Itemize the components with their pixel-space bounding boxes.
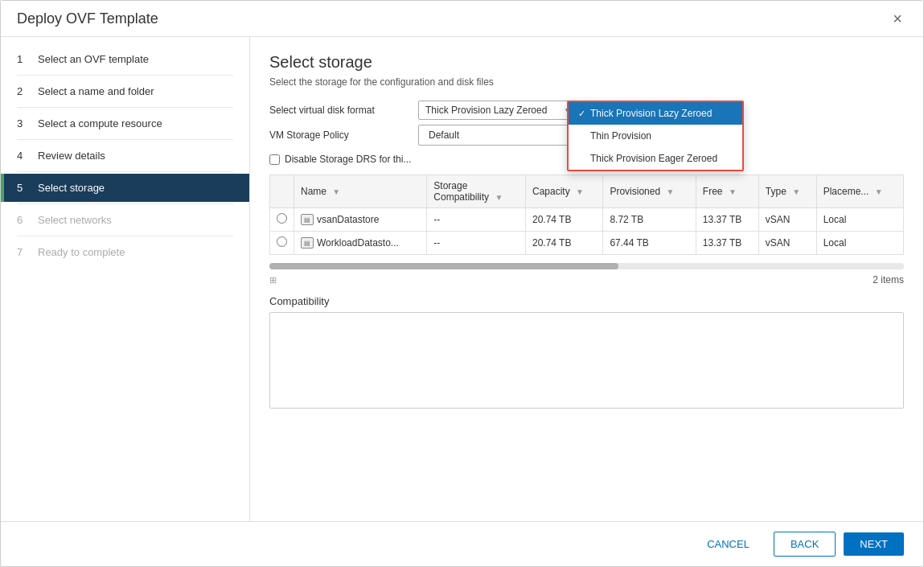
row-placement-1: Local xyxy=(816,232,903,255)
modal-title: Deploy OVF Template xyxy=(17,10,158,27)
filter-icon-compat[interactable]: ▼ xyxy=(495,193,503,202)
step-divider xyxy=(17,107,233,108)
filter-icon-placement[interactable]: ▼ xyxy=(875,187,883,196)
active-step-bar xyxy=(1,174,4,202)
table-body: ▤vsanDatastore -- 20.74 TB 8.72 TB 13.37… xyxy=(270,208,904,255)
step-num-2: 2 xyxy=(17,85,30,97)
col-free[interactable]: Free ▼ xyxy=(696,175,758,208)
compatibility-label: Compatibility xyxy=(269,295,904,307)
table-row[interactable]: ▤WorkloadDatasto... -- 20.74 TB 67.44 TB… xyxy=(270,232,904,255)
table-header-row: Name ▼ StorageCompatibility ▼ Capacity ▼… xyxy=(270,175,904,208)
filter-icon-capacity[interactable]: ▼ xyxy=(576,187,584,196)
row-provisioned-1: 67.44 TB xyxy=(603,232,696,255)
step-label-6: Select networks xyxy=(38,214,112,226)
back-button[interactable]: BACK xyxy=(774,532,836,557)
disk-option-thick-eager[interactable]: ✓ Thick Provision Eager Zeroed xyxy=(569,147,742,170)
step-label-2: Select a name and folder xyxy=(38,85,154,97)
sidebar-step-3[interactable]: 3Select a compute resource xyxy=(1,109,249,138)
page-title: Select storage xyxy=(269,53,904,72)
compatibility-section: Compatibility xyxy=(269,295,904,409)
sidebar: 1Select an OVF template2Select a name an… xyxy=(1,37,250,521)
disk-option-label-thin: Thin Provision xyxy=(590,130,651,142)
sidebar-step-2[interactable]: 2Select a name and folder xyxy=(1,77,249,105)
disk-option-thin[interactable]: ✓ Thin Provision xyxy=(569,125,742,147)
row-type-1: vSAN xyxy=(758,232,816,255)
row-type-0: vSAN xyxy=(758,208,816,232)
disk-format-dropdown-container: Thick Provision Lazy Zeroed ▼ ✓ Thick Pr… xyxy=(418,101,595,120)
sidebar-step-7: 7Ready to complete xyxy=(1,238,249,266)
col-capacity[interactable]: Capacity ▼ xyxy=(525,175,602,208)
step-label-3: Select a compute resource xyxy=(38,117,162,129)
deploy-ovf-modal: Deploy OVF Template × 1Select an OVF tem… xyxy=(0,0,924,567)
filter-icon-provisioned[interactable]: ▼ xyxy=(666,187,674,196)
resize-handle: ⊞ xyxy=(269,275,277,286)
row-radio-0[interactable] xyxy=(270,208,294,232)
disk-format-label: Select virtual disk format xyxy=(269,105,418,116)
scroll-thumb[interactable] xyxy=(269,263,618,269)
col-provisioned[interactable]: Provisioned ▼ xyxy=(603,175,696,208)
disable-drs-checkbox[interactable] xyxy=(269,154,280,165)
disable-drs-label[interactable]: Disable Storage DRS for thi... xyxy=(285,154,411,165)
disk-format-row: Select virtual disk format Thick Provisi… xyxy=(269,101,904,120)
row-provisioned-0: 8.72 TB xyxy=(603,208,696,232)
table-footer: ⊞ 2 items xyxy=(269,274,904,286)
section-subtitle: Select the storage for the configuration… xyxy=(269,76,904,88)
step-label-7: Ready to complete xyxy=(38,246,125,258)
storage-table: Name ▼ StorageCompatibility ▼ Capacity ▼… xyxy=(269,175,904,255)
step-num-5: 5 xyxy=(17,182,30,194)
close-button[interactable]: × xyxy=(888,9,907,28)
items-count: 2 items xyxy=(873,274,904,286)
filter-icon-free[interactable]: ▼ xyxy=(729,187,737,196)
sidebar-step-5[interactable]: 5Select storage xyxy=(1,174,249,202)
resize-icon[interactable]: ⊞ xyxy=(269,275,277,286)
row-name-0: ▤vsanDatastore xyxy=(294,208,427,232)
horizontal-scrollbar[interactable] xyxy=(269,263,904,269)
step-num-7: 7 xyxy=(17,246,30,258)
filter-icon-type[interactable]: ▼ xyxy=(792,187,800,196)
modal-header: Deploy OVF Template × xyxy=(1,1,923,37)
step-label-4: Review details xyxy=(38,150,105,162)
disk-format-value: Thick Provision Lazy Zeroed xyxy=(425,105,547,116)
main-content: Select storage Select the storage for th… xyxy=(250,37,923,521)
row-capacity-1: 20.74 TB xyxy=(525,232,602,255)
storage-radio-0[interactable] xyxy=(277,213,287,224)
datastore-icon-0: ▤ xyxy=(301,214,314,225)
datastore-icon-1: ▤ xyxy=(301,237,314,249)
vm-storage-dropdown-container: Default xyxy=(418,125,579,146)
modal-footer: CANCEL BACK NEXT xyxy=(1,521,923,566)
step-num-4: 4 xyxy=(17,150,30,162)
col-type[interactable]: Type ▼ xyxy=(758,175,816,208)
row-free-1: 13.37 TB xyxy=(696,232,758,255)
storage-radio-1[interactable] xyxy=(277,236,287,247)
table-row[interactable]: ▤vsanDatastore -- 20.74 TB 8.72 TB 13.37… xyxy=(270,208,904,232)
vm-storage-label: VM Storage Policy xyxy=(269,129,418,141)
disk-option-label-eager: Thick Provision Eager Zeroed xyxy=(590,153,717,164)
compatibility-box xyxy=(269,312,904,409)
col-name[interactable]: Name ▼ xyxy=(294,175,427,208)
row-name-1: ▤WorkloadDatasto... xyxy=(294,232,427,255)
sidebar-step-6: 6Select networks xyxy=(1,206,249,234)
sidebar-step-4[interactable]: 4Review details xyxy=(1,142,249,170)
col-storage-compat[interactable]: StorageCompatibility ▼ xyxy=(427,175,526,208)
cancel-button[interactable]: CANCEL xyxy=(691,532,766,556)
modal-body: 1Select an OVF template2Select a name an… xyxy=(1,37,923,521)
col-radio xyxy=(270,175,294,208)
step-num-1: 1 xyxy=(17,53,30,65)
step-label-5: Select storage xyxy=(38,182,105,194)
step-divider xyxy=(17,203,233,204)
step-num-6: 6 xyxy=(17,214,30,226)
row-radio-1[interactable] xyxy=(270,232,294,255)
row-capacity-0: 20.74 TB xyxy=(525,208,602,232)
filter-icon-name[interactable]: ▼ xyxy=(332,187,340,196)
row-free-0: 13.37 TB xyxy=(696,208,758,232)
check-icon: ✓ xyxy=(578,109,585,119)
sidebar-step-1[interactable]: 1Select an OVF template xyxy=(1,45,249,73)
step-divider xyxy=(17,236,233,236)
vm-storage-select[interactable]: Default xyxy=(418,125,579,146)
next-button[interactable]: NEXT xyxy=(844,532,904,556)
col-placement[interactable]: Placeme... ▼ xyxy=(816,175,903,208)
row-placement-0: Local xyxy=(816,208,903,232)
step-num-3: 3 xyxy=(17,117,30,129)
step-divider xyxy=(17,75,233,76)
disk-option-thick-lazy[interactable]: ✓ Thick Provision Lazy Zeroed xyxy=(569,102,742,125)
